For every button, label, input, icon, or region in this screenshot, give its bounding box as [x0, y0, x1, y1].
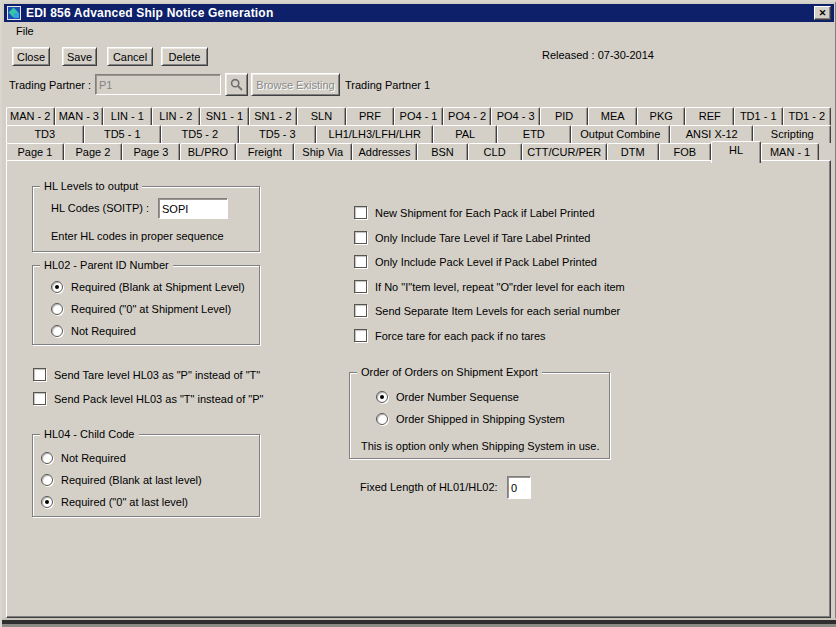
save-button[interactable]: Save — [62, 47, 97, 66]
checkbox-label: Send Pack level HL03 as "T" instead of "… — [54, 393, 263, 405]
tab-bsn[interactable]: BSN — [417, 143, 467, 161]
radio-label: Order Number Sequense — [396, 391, 519, 403]
checkbox-label: New Shipment for Each Pack if Label Prin… — [375, 207, 595, 219]
radio-order-number-sequence[interactable]: Order Number Sequense — [376, 391, 519, 403]
order-group-note: This is option only when Shipping System… — [361, 440, 599, 452]
radio-icon — [41, 474, 53, 486]
group-order-of-orders: Order of Orders on Shipment Export Order… — [349, 372, 610, 459]
tab-po4-3[interactable]: PO4 - 3 — [491, 107, 540, 125]
radio-hl02-not-required[interactable]: Not Required — [51, 325, 136, 337]
close-icon: ✕ — [819, 8, 827, 18]
tab-td5-3[interactable]: TD5 - 3 — [239, 125, 317, 143]
checkbox-send-tare-hl03[interactable]: Send Tare level HL03 as "P" instead of "… — [33, 368, 260, 381]
tab-row-1: MAN - 2 MAN - 3 LIN - 1 LIN - 2 SN1 - 1 … — [6, 107, 831, 125]
group-hl02: HL02 - Parent ID Number Required (Blank … — [32, 265, 260, 345]
search-icon — [230, 78, 243, 91]
tab-pal[interactable]: PAL — [433, 125, 497, 143]
tab-output-combine[interactable]: Output Combine — [571, 125, 670, 143]
checkbox-separate-item-levels[interactable]: Send Separate Item Levels for each seria… — [354, 304, 620, 317]
tab-row-spacer — [819, 143, 831, 161]
tab-td3[interactable]: TD3 — [6, 125, 84, 143]
checkbox-icon — [354, 304, 367, 317]
window-bottom-edge — [2, 618, 836, 627]
tab-mea[interactable]: MEA — [588, 107, 637, 125]
radio-icon — [51, 303, 63, 315]
tab-lin-2[interactable]: LIN - 2 — [152, 107, 201, 125]
radio-label: Required (Blank at Shipment Level) — [71, 281, 245, 293]
tab-man-1[interactable]: MAN - 1 — [761, 143, 819, 161]
radio-hl02-required-blank[interactable]: Required (Blank at Shipment Level) — [51, 281, 245, 293]
tab-sln[interactable]: SLN — [297, 107, 346, 125]
fixed-length-input[interactable] — [507, 476, 531, 499]
checkbox-new-shipment-each-pack[interactable]: New Shipment for Each Pack if Label Prin… — [354, 206, 595, 219]
radio-hl04-required-blank[interactable]: Required (Blank at last level) — [41, 474, 202, 486]
radio-hl02-required-zero[interactable]: Required ("0" at Shipment Level) — [51, 303, 231, 315]
checkbox-label: Only Include Tare Level if Tare Label Pr… — [375, 232, 590, 244]
tab-lh1-lh3-lfh-lhr[interactable]: LH1/LH3/LFH/LHR — [316, 125, 433, 143]
radio-icon — [376, 391, 388, 403]
tab-hl[interactable]: HL — [711, 141, 761, 163]
tab-td1-1[interactable]: TD1 - 1 — [734, 107, 783, 125]
close-button[interactable]: Close — [12, 47, 50, 66]
checkbox-icon — [354, 231, 367, 244]
tab-page-3[interactable]: Page 3 — [122, 143, 180, 161]
radio-hl04-not-required[interactable]: Not Required — [41, 452, 126, 464]
fixed-length-label: Fixed Length of HL01/HL02: — [360, 481, 498, 493]
browse-existing-button[interactable]: Browse Existing — [251, 73, 340, 96]
radio-label: Order Shipped in Shipping System — [396, 413, 565, 425]
checkbox-no-item-repeat-order[interactable]: If No "I"tem level, repeat "O"rder level… — [354, 280, 625, 293]
tab-pid[interactable]: PID — [540, 107, 589, 125]
window-close-button[interactable]: ✕ — [814, 6, 831, 20]
trading-partner-input[interactable] — [95, 74, 221, 95]
tab-freight[interactable]: Freight — [236, 143, 294, 161]
tab-bl-pro[interactable]: BL/PRO — [180, 143, 236, 161]
checkbox-force-tare[interactable]: Force tare for each pack if no tares — [354, 329, 546, 342]
tab-ship-via[interactable]: Ship Via — [294, 143, 352, 161]
search-button[interactable] — [225, 73, 248, 96]
checkbox-icon — [354, 255, 367, 268]
radio-hl04-required-zero[interactable]: Required ("0" at last level) — [41, 496, 188, 508]
checkbox-only-pack-level[interactable]: Only Include Pack Level if Pack Label Pr… — [354, 255, 597, 268]
hl-codes-label: HL Codes (SOITP) : — [51, 202, 149, 214]
tab-po4-2[interactable]: PO4 - 2 — [443, 107, 492, 125]
tab-ref[interactable]: REF — [685, 107, 734, 125]
tab-lin-1[interactable]: LIN - 1 — [103, 107, 152, 125]
tab-po4-1[interactable]: PO4 - 1 — [394, 107, 443, 125]
checkbox-icon — [354, 329, 367, 342]
checkbox-label: Force tare for each pack if no tares — [375, 330, 546, 342]
tab-scripting[interactable]: Scripting — [753, 125, 831, 143]
tab-etd[interactable]: ETD — [497, 125, 571, 143]
tab-row-2: TD3 TD5 - 1 TD5 - 2 TD5 - 3 LH1/LH3/LFH/… — [6, 125, 831, 143]
tab-td5-2[interactable]: TD5 - 2 — [161, 125, 239, 143]
tab-td1-2[interactable]: TD1 - 2 — [783, 107, 832, 125]
delete-button[interactable]: Delete — [161, 47, 208, 66]
tab-cld[interactable]: CLD — [468, 143, 522, 161]
radio-order-shipped[interactable]: Order Shipped in Shipping System — [376, 413, 565, 425]
checkbox-send-pack-hl03[interactable]: Send Pack level HL03 as "T" instead of "… — [33, 392, 263, 405]
released-date: Released : 07-30-2014 — [542, 49, 654, 61]
tab-addresses[interactable]: Addresses — [352, 143, 418, 161]
group-hl-levels-title: HL Levels to output — [40, 180, 142, 192]
tab-sn1-1[interactable]: SN1 - 1 — [200, 107, 249, 125]
trading-partner-label: Trading Partner : — [9, 79, 91, 91]
checkbox-icon — [354, 206, 367, 219]
tab-man-3[interactable]: MAN - 3 — [55, 107, 104, 125]
cancel-button[interactable]: Cancel — [107, 47, 153, 66]
hl-codes-input[interactable] — [158, 198, 228, 219]
tab-man-2[interactable]: MAN - 2 — [6, 107, 55, 125]
group-hl-levels: HL Levels to output HL Codes (SOITP) : E… — [32, 186, 260, 252]
tab-ctt-cur-per[interactable]: CTT/CUR/PER — [522, 143, 607, 161]
radio-icon — [376, 413, 388, 425]
tab-pkg[interactable]: PKG — [637, 107, 686, 125]
tab-fob[interactable]: FOB — [659, 143, 711, 161]
radio-icon — [51, 281, 63, 293]
tab-page-1[interactable]: Page 1 — [6, 143, 64, 161]
checkbox-only-tare-level[interactable]: Only Include Tare Level if Tare Label Pr… — [354, 231, 590, 244]
tab-row-3: Page 1 Page 2 Page 3 BL/PRO Freight Ship… — [6, 143, 831, 161]
tab-td5-1[interactable]: TD5 - 1 — [84, 125, 162, 143]
tab-sn1-2[interactable]: SN1 - 2 — [249, 107, 298, 125]
tab-page-2[interactable]: Page 2 — [64, 143, 122, 161]
menu-file[interactable]: File — [12, 24, 38, 38]
tab-dtm[interactable]: DTM — [607, 143, 659, 161]
tab-prf[interactable]: PRF — [346, 107, 395, 125]
